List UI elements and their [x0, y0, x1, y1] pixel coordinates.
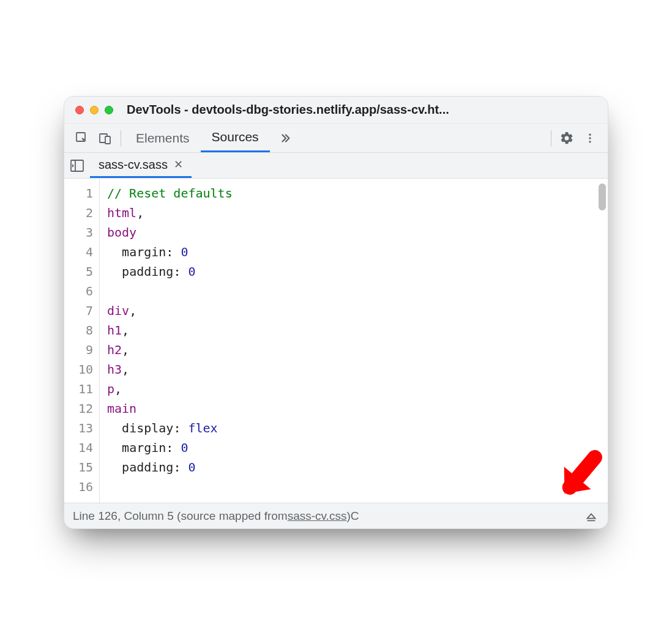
toolbar-divider-right [551, 130, 551, 146]
menu-icon[interactable] [578, 127, 602, 150]
tab-elements[interactable]: Elements [125, 124, 201, 152]
file-tab-active[interactable]: sass-cv.sass ✕ [90, 153, 192, 178]
truncated-text: C [351, 509, 359, 523]
close-window[interactable] [75, 106, 84, 114]
zoom-window[interactable] [105, 106, 113, 114]
scrollbar-thumb[interactable] [599, 183, 606, 210]
show-drawer-icon[interactable] [583, 508, 599, 524]
window-title: DevTools - devtools-dbg-stories.netlify.… [127, 103, 597, 117]
settings-icon[interactable] [555, 127, 578, 150]
tab-sources[interactable]: Sources [201, 124, 270, 152]
navigator-toggle-icon[interactable] [64, 153, 90, 178]
file-tabs: sass-cv.sass ✕ [64, 153, 608, 179]
svg-point-5 [589, 141, 591, 142]
svg-point-3 [589, 133, 591, 135]
code-content[interactable]: // Reset defaultshtml,body margin: 0 pad… [100, 179, 608, 503]
device-toggle-icon[interactable] [94, 127, 117, 150]
svg-point-4 [589, 137, 591, 139]
file-tab-label: sass-cv.sass [99, 158, 168, 172]
devtools-toolbar: Elements Sources [64, 124, 608, 153]
source-map-link[interactable]: sass-cv.css [288, 509, 347, 523]
code-editor[interactable]: 12345678910111213141516 // Reset default… [64, 179, 608, 503]
minimize-window[interactable] [90, 106, 99, 114]
close-icon[interactable]: ✕ [174, 158, 183, 171]
line-gutter: 12345678910111213141516 [64, 179, 100, 503]
panel-tabs: Elements Sources [125, 124, 270, 152]
devtools-window: DevTools - devtools-dbg-stories.netlify.… [64, 96, 608, 529]
mapped-text: (source mapped from [177, 509, 288, 523]
cursor-position: Line 126, Column 5 [73, 509, 174, 523]
toolbar-divider [121, 130, 121, 146]
window-titlebar: DevTools - devtools-dbg-stories.netlify.… [64, 97, 608, 124]
svg-rect-2 [105, 136, 110, 144]
more-tabs-icon[interactable] [270, 131, 301, 145]
traffic-lights [75, 106, 113, 114]
statusbar: Line 126, Column 5 (source mapped from s… [64, 503, 608, 528]
inspect-icon[interactable] [70, 127, 94, 150]
